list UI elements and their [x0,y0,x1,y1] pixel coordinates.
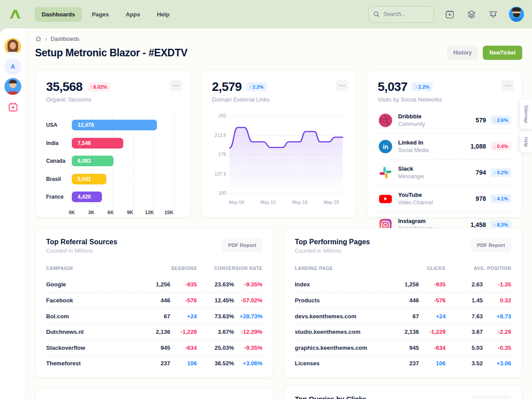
col-header: AVG. POSITION [446,266,511,271]
help-edge-tab[interactable]: Help [520,131,532,153]
new-ticket-button[interactable]: NewTicket [483,46,522,60]
network-name: Slack [398,165,424,172]
bell-icon[interactable] [487,8,499,20]
youtube-icon [378,191,393,206]
linkedin-icon: in [378,139,393,154]
bar[interactable]: 7,546 [72,138,123,149]
top-queries-card: Top Queries by Clicks PDF Report [284,385,522,399]
main-content: › Dashboards Setup Metronic Blazor - #EX… [26,28,532,399]
network-value: 1,088 [470,143,486,150]
youtube-icon [378,192,393,206]
slack-icon [379,166,392,180]
stat-value: 35,568 [46,80,82,94]
bar-row: France 4,420 [46,188,174,206]
calendar-add-red-icon[interactable] [8,102,19,114]
row-value-2: 73.63% [197,313,234,320]
table-row[interactable]: studio.keenthemes.com 2,136 -1,229 3.67 … [295,324,511,340]
col-header: LANDING PAGE [295,266,391,271]
table-row[interactable]: graphics.keenthemes.com 945 -634 5.03 -0… [295,340,511,356]
table-row[interactable]: Google 1,256 -935 23.63% -9.35% [46,277,262,293]
table-subtitle: Counted in Millions [46,248,117,254]
card-menu-button[interactable]: ⋯ [501,80,514,91]
bar[interactable]: 6,083 [72,156,113,166]
table-row[interactable]: Licenses 237 106 3.52 +3.06 [295,356,511,372]
row-delta-1: -634 [170,344,197,351]
social-network-item[interactable]: YouTube Video Channel 978 ↑ 4.1% [378,185,511,211]
bar-chart-x-axis: 0K3K6K9K12K15K [72,210,169,219]
avatar-man[interactable] [4,78,21,95]
main-menu: Dashboards Pages Apps Help [35,7,176,22]
right-column: Top Performing Pages Counted in Millions… [284,228,522,399]
x-tick-label: 12K [145,210,154,215]
sitemap-edge-tab[interactable]: Sitemap [520,99,532,129]
social-network-item[interactable]: Dribbble Community 579 ↑ 2.6% [378,107,511,133]
table-row[interactable]: Dutchnews.nl 2,136 -1,229 3.67% -12.29% [46,324,262,340]
table-title: Top Referral Sources [46,238,117,246]
calendar-add-icon[interactable] [444,8,456,20]
card-title: Top Queries by Clicks [295,395,367,399]
tables-row: Top Referral Sources Counted in Millions… [35,228,522,399]
row-delta-2: +3.06 [483,360,511,367]
row-delta-1: -935 [419,281,446,288]
bar-value-label: 7,546 [78,140,91,146]
bar-value-label: 4,420 [78,194,91,200]
bar-row: Brasil 5,041 [46,170,174,188]
bar-row: USA 12,478 [46,116,174,134]
row-delta-2: +28.73% [234,313,262,320]
svg-text:175: 175 [219,152,227,157]
row-name: Bol.com [46,313,142,320]
avatar-woman[interactable] [4,38,21,55]
col-header: CAMPAIGN [46,266,142,271]
organic-sessions-bar-chart: USA 12,478 India 7,546 Canada 6,083 Bras… [46,116,180,219]
svg-text:100: 100 [219,191,227,196]
stat-value: 5,037 [378,80,407,94]
table-row[interactable]: Bol.com 67 +24 73.63% +28.73% [46,308,262,324]
logo-icon [8,7,23,22]
row-name: Stackoverflow [46,344,142,351]
menu-item-pages[interactable]: Pages [85,7,116,22]
row-delta-1: -1,229 [170,329,197,335]
table-row[interactable]: Facebook 446 -576 12.45% -57.02% [46,293,262,309]
pdf-report-button[interactable]: PDF Report [471,395,511,399]
social-network-item[interactable]: in Linked In Social Media 1,088 ↓ 0.4% [378,133,511,159]
card-menu-button[interactable]: ⋯ [336,80,348,91]
layers-icon[interactable] [466,8,477,20]
top-performing-pages-card: Top Performing Pages Counted in Millions… [284,228,522,378]
row-value-1: 446 [142,297,170,304]
bar[interactable]: 4,420 [72,192,102,202]
left-column: Top Referral Sources Counted in Millions… [35,228,274,399]
row-value-1: 2,136 [142,329,170,335]
table-row[interactable]: Index 1,256 -935 2.63 -1.35 [295,277,511,293]
row-value-1: 945 [391,344,419,351]
home-icon[interactable] [35,35,42,42]
menu-item-apps[interactable]: Apps [118,7,147,22]
bar[interactable]: 5,041 [72,174,106,184]
table-header: LANDING PAGE CLICKS AVG. POSITION [295,266,511,277]
history-button[interactable]: History [447,46,478,60]
chevron-right-icon: › [45,35,47,42]
breadcrumb-item[interactable]: Dashboards [51,36,79,42]
stat-label: Domain External Links [212,96,345,103]
table-row[interactable]: Themeforest 237 106 36.52% +3.06% [46,356,262,372]
bar[interactable]: 12,478 [72,120,157,130]
card-menu-button[interactable]: ⋯ [170,80,182,91]
pdf-report-button[interactable]: PDF Report [471,238,511,252]
letter-avatar[interactable]: A [4,58,21,75]
pdf-report-button[interactable]: PDF Report [222,238,262,252]
table-row[interactable]: Products 446 -576 1.45 0.32 [295,293,511,309]
svg-text:212.5: 212.5 [215,133,226,138]
row-delta-1: -576 [419,297,446,304]
navbar-right [368,6,524,23]
menu-item-dashboards[interactable]: Dashboards [35,7,82,22]
network-delta-badge: ↑ 0.2% [490,168,511,177]
x-tick-label: 3K [88,210,94,215]
network-value: 579 [476,117,486,124]
network-category: Video Channel [398,200,433,206]
dribbble-icon [378,113,393,128]
bar-row: Canada 6,083 [46,152,174,170]
menu-item-help[interactable]: Help [150,7,176,22]
social-network-item[interactable]: Slack Messanger 794 ↑ 0.2% [378,159,511,185]
table-row[interactable]: devs.keenthemes.com 67 +24 7.63 +8.73 [295,308,511,324]
user-avatar[interactable] [509,7,524,22]
table-row[interactable]: Stackoverflow 945 -634 25.03% -9.35% [46,340,262,356]
